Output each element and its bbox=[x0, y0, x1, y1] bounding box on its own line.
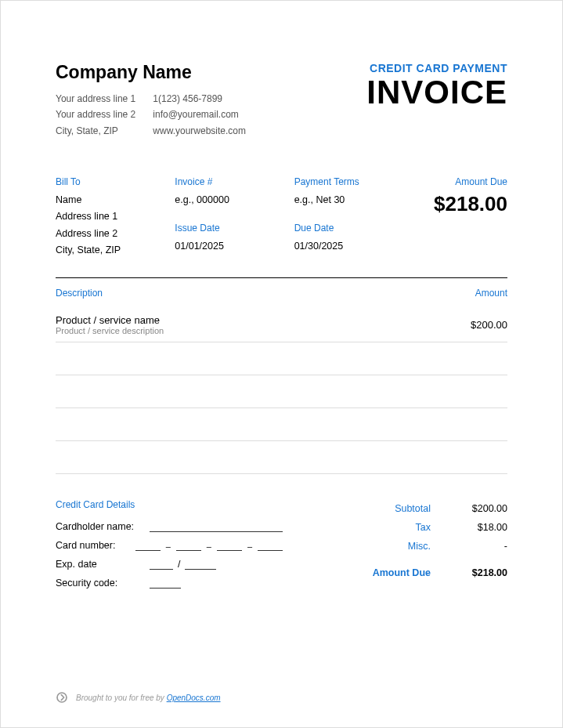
bill-to-address-1: Address line 1 bbox=[56, 208, 150, 225]
dash-separator: – bbox=[247, 541, 253, 551]
payment-terms: e.g., Net 30 bbox=[294, 192, 388, 208]
amount-due-value: $218.00 bbox=[413, 192, 507, 216]
line-item-description: Product / service description bbox=[56, 326, 164, 335]
misc-label: Misc. bbox=[335, 541, 453, 552]
invoice-title: INVOICE bbox=[366, 76, 507, 109]
issue-date: 01/01/2025 bbox=[175, 238, 269, 255]
company-address-2: Your address line 2 bbox=[56, 107, 135, 122]
external-link-icon bbox=[56, 691, 68, 704]
credit-card-section-label: Credit Card Details bbox=[56, 499, 283, 510]
exp-date-label: Exp. date bbox=[56, 559, 150, 570]
dash-separator: – bbox=[165, 541, 171, 551]
card-number-label: Card number: bbox=[56, 540, 135, 551]
amount-due-total-value: $218.00 bbox=[453, 567, 507, 578]
description-column-header: Description bbox=[56, 288, 103, 299]
invoice-number: e.g., 000000 bbox=[175, 192, 269, 208]
security-code-input[interactable] bbox=[150, 578, 181, 589]
company-website: www.yourwebsite.com bbox=[153, 123, 246, 139]
amount-due-label: Amount Due bbox=[413, 176, 507, 187]
card-number-segment[interactable] bbox=[176, 540, 201, 551]
security-code-label: Security code: bbox=[56, 578, 150, 589]
tax-label: Tax bbox=[335, 522, 453, 533]
company-city-state-zip: City, State, ZIP bbox=[56, 123, 135, 139]
company-phone: 1(123) 456-7899 bbox=[153, 91, 246, 107]
line-item-name: Product / service name bbox=[56, 314, 164, 326]
amount-due-total-label: Amount Due bbox=[335, 567, 453, 578]
bill-to-address-2: Address line 2 bbox=[56, 226, 150, 242]
due-date: 01/30/2025 bbox=[294, 238, 388, 255]
invoice-number-label: Invoice # bbox=[175, 176, 269, 187]
line-item-row: Product / service name Product / service… bbox=[56, 311, 507, 342]
due-date-label: Due Date bbox=[294, 223, 388, 234]
subtotal-label: Subtotal bbox=[335, 503, 453, 514]
line-item-amount: $200.00 bbox=[471, 319, 507, 331]
card-number-segment[interactable] bbox=[135, 540, 161, 551]
subtotal-value: $200.00 bbox=[453, 503, 507, 514]
misc-value: - bbox=[453, 541, 507, 552]
amount-column-header: Amount bbox=[475, 288, 507, 299]
tax-value: $18.00 bbox=[453, 522, 507, 533]
card-number-segment[interactable] bbox=[258, 540, 283, 551]
line-item-row-empty bbox=[56, 441, 507, 474]
cardholder-label: Cardholder name: bbox=[56, 521, 150, 532]
card-number-segment[interactable] bbox=[217, 540, 242, 551]
line-item-row-empty bbox=[56, 375, 507, 408]
bill-to-label: Bill To bbox=[56, 176, 150, 187]
slash-separator: / bbox=[178, 559, 180, 570]
bill-to-name: Name bbox=[56, 192, 150, 208]
company-name: Company Name bbox=[56, 62, 246, 83]
footer-text: Brought to you for free by bbox=[76, 694, 167, 702]
payment-type-label: CREDIT CARD PAYMENT bbox=[366, 62, 507, 74]
company-address-1: Your address line 1 bbox=[56, 91, 135, 107]
footer-link[interactable]: OpenDocs.com bbox=[167, 694, 221, 702]
line-items: Product / service name Product / service… bbox=[56, 311, 507, 476]
payment-terms-label: Payment Terms bbox=[294, 176, 388, 187]
line-item-row-empty bbox=[56, 342, 507, 375]
exp-month-input[interactable] bbox=[150, 559, 173, 570]
exp-year-input[interactable] bbox=[185, 559, 216, 570]
bill-to-city-state-zip: City, State, ZIP bbox=[56, 242, 150, 259]
company-email: info@youremail.com bbox=[153, 107, 246, 122]
dash-separator: – bbox=[206, 541, 212, 551]
issue-date-label: Issue Date bbox=[175, 223, 269, 234]
svg-point-0 bbox=[57, 693, 67, 702]
line-item-row-empty bbox=[56, 408, 507, 441]
cardholder-input[interactable] bbox=[150, 521, 283, 532]
